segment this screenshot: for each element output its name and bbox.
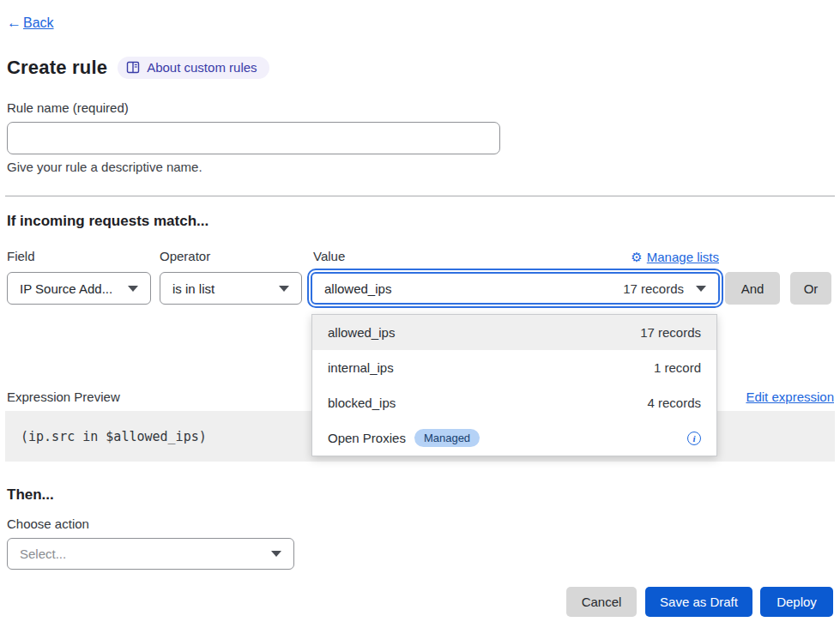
- value-select-value: allowed_ips: [324, 281, 391, 296]
- action-select[interactable]: Select...: [7, 538, 294, 570]
- list-item-records: 17 records: [640, 325, 701, 340]
- list-dropdown-panel: allowed_ips 17 records internal_ips 1 re…: [311, 314, 717, 456]
- title-row: Create rule About custom rules: [7, 57, 269, 79]
- then-section-heading: Then...: [7, 486, 54, 504]
- create-rule-page: ← Back Create rule About custom rules Ru…: [0, 0, 840, 634]
- value-label: Value: [313, 249, 345, 263]
- list-item-name: Open Proxies: [328, 431, 406, 445]
- back-arrow-icon: ←: [7, 15, 21, 32]
- action-select-placeholder: Select...: [20, 546, 66, 561]
- manage-lists[interactable]: ⚙ Manage lists: [631, 250, 719, 264]
- list-item-records: 1 record: [654, 360, 701, 375]
- save-as-draft-button[interactable]: Save as Draft: [645, 587, 752, 617]
- list-item-open-proxies[interactable]: Open Proxies Managed i: [312, 420, 716, 456]
- operator-select[interactable]: is in list: [160, 272, 302, 305]
- chevron-down-icon: [279, 286, 289, 292]
- deploy-button[interactable]: Deploy: [760, 587, 833, 617]
- match-section-heading: If incoming requests match...: [7, 213, 208, 230]
- manage-lists-link[interactable]: Manage lists: [647, 250, 719, 264]
- back-link[interactable]: ← Back: [7, 15, 54, 32]
- list-item-records: 4 records: [647, 395, 701, 410]
- edit-expression-link[interactable]: Edit expression: [746, 389, 834, 404]
- chevron-down-icon: [128, 286, 138, 292]
- chevron-down-icon: [696, 286, 706, 292]
- list-item-name: internal_ips: [328, 360, 394, 375]
- operator-select-value: is in list: [172, 281, 215, 296]
- about-custom-rules-badge[interactable]: About custom rules: [118, 57, 269, 79]
- rule-name-helper: Give your rule a descriptive name.: [7, 160, 202, 174]
- value-select[interactable]: allowed_ips 17 records: [311, 272, 720, 305]
- expression-code: (ip.src in $allowed_ips): [21, 429, 207, 444]
- rule-name-input[interactable]: [7, 122, 500, 154]
- section-divider: [5, 196, 835, 196]
- list-item-allowed-ips[interactable]: allowed_ips 17 records: [312, 315, 716, 350]
- list-item-internal-ips[interactable]: internal_ips 1 record: [312, 350, 716, 385]
- field-select-value: IP Source Add...: [20, 281, 112, 296]
- list-item-name: allowed_ips: [328, 325, 395, 340]
- and-button[interactable]: And: [725, 272, 780, 305]
- choose-action-label: Choose action: [7, 516, 89, 531]
- list-item-blocked-ips[interactable]: blocked_ips 4 records: [312, 385, 716, 420]
- field-label: Field: [7, 249, 35, 263]
- managed-badge: Managed: [414, 429, 480, 447]
- rule-name-label: Rule name (required): [7, 100, 129, 115]
- expression-preview-label: Expression Preview: [7, 389, 120, 404]
- value-select-records: 17 records: [623, 281, 696, 296]
- cancel-button[interactable]: Cancel: [566, 587, 637, 617]
- chevron-down-icon: [271, 551, 281, 557]
- operator-label: Operator: [160, 249, 210, 263]
- list-item-name: blocked_ips: [328, 395, 396, 410]
- or-button[interactable]: Or: [790, 272, 831, 305]
- page-title: Create rule: [7, 57, 107, 79]
- field-select[interactable]: IP Source Add...: [7, 272, 151, 305]
- gear-icon: ⚙: [631, 251, 642, 263]
- back-link-label[interactable]: Back: [23, 15, 54, 31]
- book-icon: [126, 61, 140, 74]
- info-icon[interactable]: i: [687, 432, 701, 445]
- about-badge-label: About custom rules: [147, 60, 257, 75]
